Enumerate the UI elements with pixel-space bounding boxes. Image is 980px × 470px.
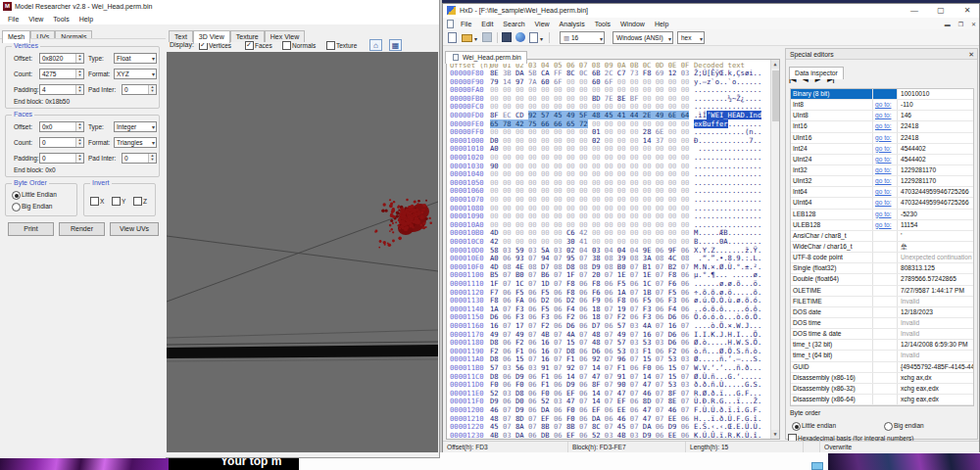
inspector-value[interactable]: 垒 bbox=[898, 242, 973, 252]
inspector-row[interactable]: UInt64go to:4703244959946725266 bbox=[791, 198, 973, 209]
encoding-select[interactable]: Windows (ANSI)▾ bbox=[612, 31, 673, 44]
inspector-type-name[interactable]: AnsiChar / char8_t bbox=[791, 231, 873, 241]
spinner-arrows-icon[interactable]: ▲▼ bbox=[148, 85, 156, 94]
inspector-value[interactable]: xchg eax,edx bbox=[898, 395, 973, 404]
inspector-type-name[interactable]: Double (float64) bbox=[791, 274, 873, 284]
spinner-arrows-icon[interactable]: ▲▼ bbox=[148, 154, 156, 163]
save-icon[interactable] bbox=[482, 32, 492, 42]
inspector-row[interactable]: Int16go to:22418 bbox=[791, 121, 973, 132]
hex-bytes[interactable]: 4B 03 DA 06 DB 06 EF 06 52 03 4B 03 D9 0… bbox=[490, 432, 689, 441]
inspector-value[interactable]: 1229281170 bbox=[898, 165, 973, 175]
faces-offset-input[interactable]: 0x0▲▼ bbox=[39, 121, 84, 132]
inspector-type-name[interactable]: FILETIME bbox=[791, 297, 873, 306]
inspector-value[interactable]: 11154 bbox=[898, 220, 973, 230]
menu-item-search[interactable]: Search bbox=[498, 21, 529, 27]
goto-link[interactable]: go to: bbox=[873, 155, 898, 164]
vertices-offset-input[interactable]: 0x8020▲▼ bbox=[39, 53, 84, 64]
mr-titlebar[interactable]: M Model Researcher v2.8 - Wei_Head.perm.… bbox=[0, 0, 439, 13]
inspector-type-name[interactable]: Int16 bbox=[791, 121, 873, 131]
goto-link[interactable]: go to: bbox=[873, 165, 898, 175]
invert-z-checkbox[interactable]: Z bbox=[133, 197, 147, 206]
inspector-type-name[interactable]: Disassembly (x86-16) bbox=[791, 373, 873, 383]
inspector-row[interactable]: UInt24go to:4544402 bbox=[791, 155, 973, 165]
menu-item-file[interactable]: File bbox=[456, 21, 476, 27]
close-icon[interactable]: ✕ bbox=[968, 49, 974, 60]
inspector-type-name[interactable]: DOS time & date bbox=[791, 329, 873, 339]
inspector-row[interactable]: time_t (32 bit)12/14/2008 6:59:30 PM bbox=[791, 340, 973, 351]
goto-link[interactable]: go to: bbox=[873, 100, 898, 110]
inspector-row[interactable]: ULEB128go to:11154 bbox=[791, 220, 973, 231]
invert-x-checkbox[interactable]: X bbox=[90, 197, 104, 206]
inspector-value[interactable]: xchg ax,dx bbox=[898, 373, 973, 383]
inspector-type-name[interactable]: Disassembly (x86-32) bbox=[791, 384, 873, 394]
inspector-row[interactable]: UInt32go to:1229281170 bbox=[791, 176, 973, 187]
menu-item-analysis[interactable]: Analysis bbox=[555, 21, 590, 27]
open-dropdown-icon[interactable]: ▾ bbox=[474, 35, 477, 42]
cube-icon[interactable]: ▦ bbox=[389, 39, 402, 51]
inspector-row[interactable]: Int8go to:-110 bbox=[791, 100, 973, 111]
menu-item-help[interactable]: Help bbox=[650, 21, 673, 27]
render-button[interactable]: Render bbox=[59, 222, 105, 236]
goto-link[interactable]: go to: bbox=[873, 198, 898, 208]
inspector-row[interactable]: AnsiChar / char8_t’ bbox=[791, 231, 973, 242]
tab-mesh[interactable]: Mesh bbox=[2, 30, 30, 43]
menu-item-view[interactable]: View bbox=[24, 16, 48, 23]
invert-y-checkbox[interactable]: Y bbox=[112, 197, 125, 206]
spinner-arrows-icon[interactable]: ▲▼ bbox=[75, 70, 83, 78]
inspector-value[interactable]: Invalid bbox=[898, 329, 973, 339]
inspector-type-name[interactable]: Int24 bbox=[791, 144, 873, 154]
mdi-restore-icon[interactable]: ❐ bbox=[956, 22, 966, 27]
viewtab-3d-view[interactable]: 3D View bbox=[193, 30, 230, 43]
inspector-row[interactable]: UInt8go to:146 bbox=[791, 111, 973, 121]
inspector-row[interactable]: OLETIME7/27/9587 1:44:17 PM bbox=[791, 286, 973, 297]
export-icon[interactable] bbox=[529, 32, 538, 43]
inspector-value[interactable]: -5230 bbox=[898, 210, 973, 219]
inspector-row[interactable]: Int24go to:4544402 bbox=[791, 144, 973, 155]
inspector-row[interactable]: Binary (8 bit)10010010 bbox=[791, 89, 973, 100]
mr-little-endian-radio[interactable]: Little Endian bbox=[12, 191, 57, 199]
inspector-row[interactable]: UInt16go to:22418 bbox=[791, 133, 973, 144]
inspector-row[interactable]: DOS timeInvalid bbox=[791, 318, 973, 329]
faces-type-select[interactable]: Integer▾ bbox=[114, 121, 157, 132]
offset-base-select[interactable]: hex▾ bbox=[677, 31, 705, 44]
export-dropdown-icon[interactable]: ▾ bbox=[540, 35, 543, 42]
inspector-value[interactable]: Invalid bbox=[898, 297, 973, 306]
inspector-row[interactable]: DOS date12/18/2023 bbox=[791, 307, 973, 318]
inspector-value[interactable]: Unexpected continuation byte bbox=[898, 253, 973, 262]
mr-big-endian-radio[interactable]: Big Endian bbox=[12, 203, 52, 211]
inspector-type-name[interactable]: Binary (8 bit) bbox=[791, 89, 873, 99]
inspector-row[interactable]: Double (float64)2789566.57242865 bbox=[791, 274, 973, 285]
goto-link[interactable]: go to: bbox=[873, 121, 898, 131]
viewport-3d[interactable] bbox=[167, 52, 438, 452]
display-faces-checkbox[interactable]: Faces bbox=[245, 41, 272, 50]
inspector-type-name[interactable]: Single (float32) bbox=[791, 263, 873, 273]
inspector-type-name[interactable]: time_t (32 bit) bbox=[791, 340, 873, 350]
inspector-value[interactable]: ’ bbox=[898, 231, 973, 241]
goto-link[interactable]: go to: bbox=[873, 176, 898, 186]
vertices-padding-input[interactable]: 4▲▼ bbox=[39, 84, 84, 95]
inspector-type-name[interactable]: ULEB128 bbox=[791, 220, 873, 230]
inspector-row[interactable]: DOS time & dateInvalid bbox=[791, 329, 973, 340]
inspector-row[interactable]: Disassembly (x86-64)xchg eax,edx bbox=[791, 395, 973, 405]
spinner-arrows-icon[interactable]: ▲▼ bbox=[75, 138, 83, 147]
spinner-arrows-icon[interactable]: ▲▼ bbox=[75, 154, 83, 163]
tab-data-inspector[interactable]: Data inspector bbox=[789, 67, 844, 79]
inspector-row[interactable]: Int64go to:4703244959946725266 bbox=[791, 187, 973, 198]
menu-item-help[interactable]: Help bbox=[74, 16, 98, 23]
menu-item-view[interactable]: View bbox=[530, 21, 555, 27]
scroll-thumb[interactable] bbox=[772, 70, 779, 121]
menu-item-tools[interactable]: Tools bbox=[48, 16, 74, 23]
goto-link[interactable]: go to: bbox=[873, 187, 898, 197]
little-endian-radio[interactable]: Little endian bbox=[792, 422, 836, 430]
inspector-value[interactable]: 22418 bbox=[898, 121, 973, 131]
goto-link[interactable]: go to: bbox=[873, 133, 898, 143]
new-file-icon[interactable] bbox=[448, 32, 457, 43]
inspector-row[interactable]: Disassembly (x86-16)xchg ax,dx bbox=[791, 373, 973, 384]
mdi-minimize-icon[interactable]: ▬ bbox=[942, 22, 954, 27]
goto-link[interactable]: go to: bbox=[873, 220, 898, 230]
inspector-type-name[interactable]: Disassembly (x86-64) bbox=[791, 395, 873, 404]
open-folder-icon[interactable] bbox=[462, 34, 472, 42]
big-endian-radio[interactable]: Big endian bbox=[884, 422, 924, 430]
hxd-titlebar[interactable]: HxD - [F:\file_sample\Wei_Head.perm.bin]… bbox=[443, 4, 979, 18]
minimize-icon[interactable]: — bbox=[908, 5, 920, 16]
